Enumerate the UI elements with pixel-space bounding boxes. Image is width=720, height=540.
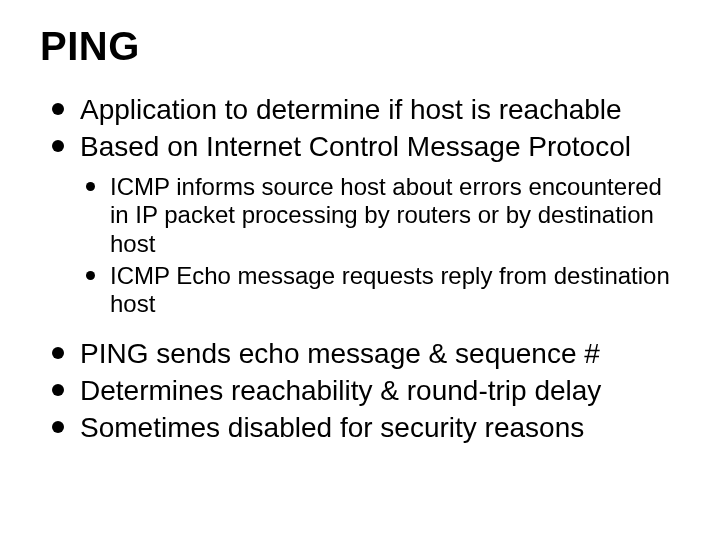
- bullet-list-top: Application to determine if host is reac…: [46, 93, 680, 163]
- list-item: Determines reachability & round-trip del…: [46, 374, 680, 407]
- list-item: Based on Internet Control Message Protoc…: [46, 130, 680, 163]
- slide-title: PING: [40, 24, 680, 69]
- slide: PING Application to determine if host is…: [0, 0, 720, 540]
- list-item: ICMP informs source host about errors en…: [82, 173, 680, 258]
- list-item: ICMP Echo message requests reply from de…: [82, 262, 680, 319]
- list-item: Sometimes disabled for security reasons: [46, 411, 680, 444]
- list-item: Application to determine if host is reac…: [46, 93, 680, 126]
- list-item: PING sends echo message & sequence #: [46, 337, 680, 370]
- bullet-list-sub: ICMP informs source host about errors en…: [82, 173, 680, 319]
- bullet-list-bottom: PING sends echo message & sequence # Det…: [46, 337, 680, 444]
